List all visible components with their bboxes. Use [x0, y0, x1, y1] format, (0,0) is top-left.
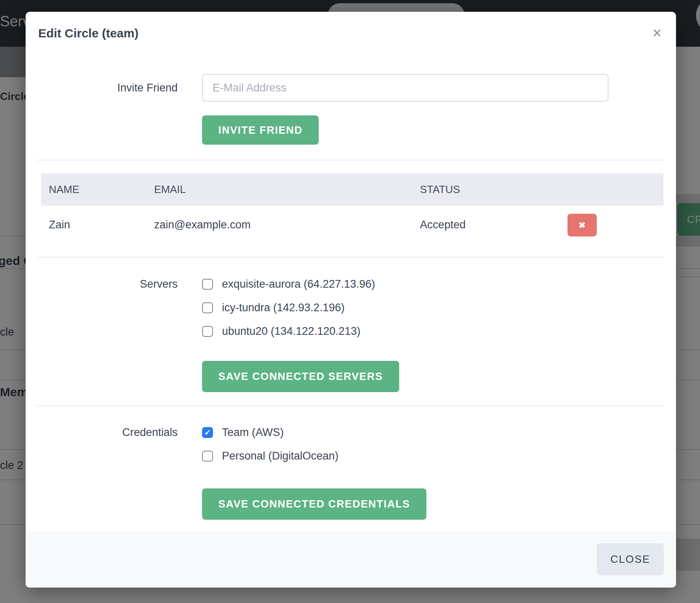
close-icon[interactable]: ✕: [652, 27, 662, 39]
server-option[interactable]: ✓ ubuntu20 (134.122.120.213): [202, 319, 375, 343]
servers-label: Servers: [26, 272, 178, 343]
column-header-name: NAME: [41, 183, 154, 196]
member-email: zain@example.com: [154, 219, 420, 231]
credential-checkbox[interactable]: ✓: [202, 427, 213, 438]
server-option-label: icy-tundra (142.93.2.196): [222, 302, 345, 314]
credentials-list: ✓ Team (AWS) ✓ Personal (DigitalOcean): [202, 421, 339, 468]
servers-section: Servers ✓ exquisite-aurora (64.227.13.96…: [26, 272, 676, 343]
credential-checkbox[interactable]: ✓: [202, 451, 213, 462]
members-table-header: NAME EMAIL STATUS: [41, 174, 663, 206]
checkmark-icon: ✓: [204, 429, 211, 436]
column-header-status: STATUS: [420, 183, 567, 196]
servers-list: ✓ exquisite-aurora (64.227.13.96) ✓ icy-…: [202, 272, 375, 343]
credential-option-label: Team (AWS): [222, 426, 284, 439]
save-connected-servers-button[interactable]: SAVE CONNECTED SERVERS: [202, 361, 399, 392]
modal-title: Edit Circle (team): [38, 26, 139, 40]
remove-icon: ✖: [579, 220, 586, 230]
modal-footer: CLOSE: [26, 531, 676, 588]
divider: [37, 257, 665, 258]
server-option[interactable]: ✓ exquisite-aurora (64.227.13.96): [202, 272, 375, 296]
page: Serve Circle ged C CR cle Mem cle 2 Edit…: [0, 0, 700, 603]
invite-friend-button[interactable]: INVITE FRIEND: [202, 115, 319, 145]
divider: [37, 406, 665, 406]
invite-friend-row: Invite Friend: [26, 74, 676, 102]
members-table: NAME EMAIL STATUS Zain zain@example.com …: [41, 174, 663, 244]
server-option-label: ubuntu20 (134.122.120.213): [222, 325, 361, 338]
credential-option[interactable]: ✓ Team (AWS): [202, 421, 339, 444]
credentials-label: Credentials: [26, 421, 178, 468]
member-row: Zain zain@example.com Accepted ✖: [41, 206, 663, 244]
close-button[interactable]: CLOSE: [597, 543, 664, 575]
server-checkbox[interactable]: ✓: [202, 279, 213, 290]
remove-member-button[interactable]: ✖: [567, 214, 597, 236]
credential-option[interactable]: ✓ Personal (DigitalOcean): [202, 444, 339, 468]
server-option-label: exquisite-aurora (64.227.13.96): [222, 278, 375, 291]
server-option[interactable]: ✓ icy-tundra (142.93.2.196): [202, 296, 375, 319]
member-status: Accepted: [420, 219, 567, 231]
credential-option-label: Personal (DigitalOcean): [222, 450, 339, 462]
email-address-input[interactable]: [202, 74, 609, 102]
edit-circle-modal: Edit Circle (team) ✕ Invite Friend INVIT…: [26, 12, 676, 588]
save-connected-credentials-button[interactable]: SAVE CONNECTED CREDENTIALS: [202, 488, 426, 520]
invite-friend-label: Invite Friend: [26, 82, 178, 94]
divider: [37, 160, 665, 161]
server-checkbox[interactable]: ✓: [202, 326, 213, 337]
column-header-email: EMAIL: [154, 183, 420, 196]
server-checkbox[interactable]: ✓: [202, 302, 213, 313]
credentials-section: Credentials ✓ Team (AWS) ✓ Personal (Dig…: [26, 421, 676, 468]
member-name: Zain: [41, 219, 154, 231]
